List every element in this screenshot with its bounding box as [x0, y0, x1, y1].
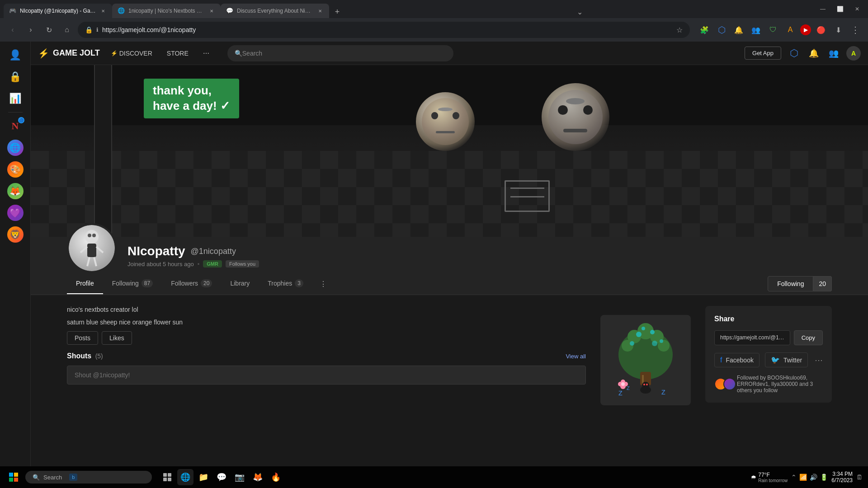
- tab-overflow-button[interactable]: ⌄: [575, 6, 585, 18]
- svg-point-22: [660, 339, 663, 343]
- sidebar-avatar-d-icon[interactable]: 💜: [5, 203, 25, 223]
- svg-point-31: [642, 382, 649, 389]
- nav-store[interactable]: STORE: [163, 48, 192, 59]
- sound-icon[interactable]: 🔊: [810, 474, 817, 481]
- tab-1-close[interactable]: ✕: [99, 7, 107, 14]
- nav-discover[interactable]: ⚡ DISCOVER: [107, 48, 156, 59]
- twitter-share-button[interactable]: 🐦 Twitter: [765, 352, 808, 367]
- likes-tab[interactable]: Likes: [102, 331, 132, 345]
- new-tab-button[interactable]: +: [331, 5, 344, 18]
- notification-center-icon[interactable]: 🗓: [856, 474, 863, 481]
- forward-button[interactable]: ›: [24, 23, 38, 37]
- tab-3[interactable]: 💬 Discuss Everything About Nico... ✕: [221, 4, 329, 18]
- gj-user-avatar[interactable]: A: [846, 46, 861, 61]
- sidebar-user-icon[interactable]: 👤: [5, 45, 25, 65]
- bookmark-icon[interactable]: ☆: [676, 26, 683, 34]
- taskbar-browser1[interactable]: 🦊: [250, 469, 266, 485]
- following-btn-group: Following 20: [768, 276, 832, 291]
- sidebar-n-icon[interactable]: N 🔵: [5, 116, 25, 136]
- gj-search-bar[interactable]: 🔍 Search: [227, 45, 453, 61]
- tab-2[interactable]: 🌐 1nicopatty | Nico's Nextbots W... ✕: [112, 4, 221, 18]
- home-button[interactable]: ⌂: [60, 23, 74, 37]
- svg-point-21: [630, 341, 634, 346]
- battery-icon[interactable]: 🔋: [820, 474, 828, 481]
- tab-1[interactable]: 🎮 NIcopatty (@1nicopatty) - Gam... ✕: [4, 4, 112, 18]
- svg-rect-41: [9, 478, 13, 482]
- tabs-more-button[interactable]: ⋮: [316, 273, 330, 295]
- following-button[interactable]: Following: [768, 276, 813, 291]
- extension2-icon[interactable]: A: [783, 23, 797, 37]
- gj-friends-icon[interactable]: 👥: [826, 46, 841, 61]
- sidebar-stats-icon[interactable]: 📊: [5, 89, 25, 108]
- gj-logo[interactable]: ⚡ GAME JOLT: [38, 48, 100, 59]
- tab-trophies[interactable]: Trophies 3: [259, 273, 312, 295]
- back-button[interactable]: ‹: [5, 23, 20, 37]
- profile-bio-1: nico's nextbots creator lol: [67, 306, 586, 313]
- menu-icon[interactable]: ⋮: [848, 23, 863, 37]
- gj-shield-icon[interactable]: ⬡: [787, 46, 801, 61]
- taskbar-weather[interactable]: 🌧 77°F Rain tomorrow: [751, 472, 788, 483]
- facebook-share-button[interactable]: f Facebook: [714, 353, 760, 367]
- network-icon[interactable]: 📶: [799, 474, 807, 481]
- shout-input[interactable]: [67, 366, 586, 385]
- game-preview-area: z z z: [600, 315, 691, 405]
- taskbar-task-view[interactable]: [159, 469, 175, 485]
- tab-followers[interactable]: Followers 20: [162, 273, 221, 295]
- share-more-button[interactable]: ⋯: [815, 355, 823, 365]
- extensions-icon[interactable]: 🧩: [697, 23, 712, 37]
- tab-3-close[interactable]: ✕: [316, 7, 324, 14]
- extension1-icon[interactable]: 🛡: [766, 23, 780, 37]
- taskbar-edge[interactable]: 🌐: [177, 469, 193, 485]
- tab-profile[interactable]: Profile: [67, 273, 103, 294]
- extension3-icon[interactable]: ▶: [800, 24, 811, 35]
- banner-floor: [31, 151, 868, 237]
- gj-logo-text: GAME JOLT: [53, 48, 100, 58]
- taskbar-time[interactable]: 3:34 PM 6/7/2023: [831, 471, 853, 483]
- minimize-button[interactable]: —: [816, 2, 830, 16]
- close-button[interactable]: ✕: [850, 2, 864, 16]
- followed-by-text: Followed by BOOSHkuloo69, ERRORdev1, Ily…: [737, 375, 823, 394]
- share-title: Share: [714, 315, 823, 323]
- profile-circle-icon[interactable]: ⬡: [714, 23, 729, 37]
- taskbar-explorer[interactable]: 📁: [195, 469, 212, 485]
- people-icon[interactable]: 👥: [749, 23, 763, 37]
- extension4-icon[interactable]: 🔴: [814, 23, 828, 37]
- facebook-icon: f: [720, 356, 722, 364]
- sidebar-avatar-a-icon[interactable]: 🌐: [5, 138, 25, 158]
- tab-2-title: 1nicopatty | Nico's Nextbots W...: [128, 8, 204, 14]
- browser-frame: 🎮 NIcopatty (@1nicopatty) - Gam... ✕ 🌐 1…: [0, 0, 868, 488]
- browser-nav-right: 🧩 ⬡ 🔔 👥 🛡 A ▶ 🔴 ⬇ ⋮: [697, 23, 863, 37]
- profile-body: nico's nextbots creator lol saturn blue …: [31, 295, 868, 416]
- sidebar-lock-icon[interactable]: 🔒: [5, 67, 25, 87]
- taskbar-browser2[interactable]: 🔥: [268, 469, 284, 485]
- maximize-button[interactable]: ⬜: [833, 2, 847, 16]
- tab-2-close[interactable]: ✕: [208, 7, 215, 14]
- sidebar-avatar-e-icon[interactable]: 🦁: [5, 225, 25, 244]
- posts-tab[interactable]: Posts: [67, 331, 98, 345]
- tab-library[interactable]: Library: [221, 273, 259, 294]
- chevron-up-icon[interactable]: ⌃: [791, 474, 797, 481]
- svg-line-9: [87, 257, 90, 266]
- sidebar-avatar-b-icon[interactable]: 🎨: [5, 160, 25, 179]
- address-bar[interactable]: 🔒 ℹ https://gamejolt.com/@1nicopatty ☆: [78, 22, 690, 38]
- share-url-input[interactable]: https://gamejolt.com/@1nicopatty: [714, 330, 790, 345]
- get-app-button[interactable]: Get App: [745, 47, 781, 60]
- taskbar-camera[interactable]: 📷: [231, 469, 248, 485]
- view-all-link[interactable]: View all: [566, 353, 586, 360]
- tab-following[interactable]: Following 87: [103, 273, 162, 295]
- taskbar-teams[interactable]: 💬: [213, 469, 230, 485]
- refresh-button[interactable]: ↻: [42, 23, 56, 37]
- gj-bell-icon[interactable]: 🔔: [807, 46, 821, 61]
- taskbar-icons: 🌐 📁 💬 📷 🦊 🔥: [159, 469, 284, 485]
- copy-button[interactable]: Copy: [794, 330, 823, 345]
- taskbar-search-bar[interactable]: 🔍 Search b: [25, 471, 152, 483]
- sidebar-avatar-c-icon[interactable]: 🦊: [5, 181, 25, 201]
- bell-icon[interactable]: 🔔: [731, 23, 746, 37]
- profile-username: NIcopatty: [127, 244, 185, 258]
- svg-rect-43: [163, 473, 167, 477]
- shouts-header: Shouts (5) View all: [67, 352, 586, 360]
- svg-point-18: [658, 340, 670, 352]
- download-icon[interactable]: ⬇: [831, 23, 845, 37]
- nav-more[interactable]: ⋯: [199, 48, 213, 59]
- start-button[interactable]: [5, 469, 22, 485]
